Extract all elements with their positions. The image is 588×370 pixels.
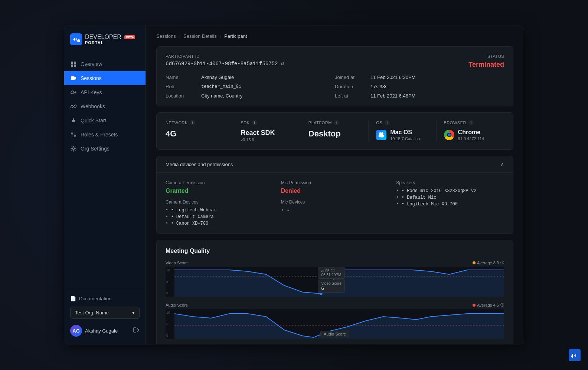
tech-sdk: SDK i React SDK v0.15.6: [233, 120, 301, 142]
breadcrumb-sep-2: ›: [220, 33, 221, 39]
y-label-0: 0: [166, 291, 170, 295]
speakers-section: Speakers • Rode mic 2016 X32830q8A v2 • …: [396, 180, 504, 226]
chrome-icon: [444, 130, 454, 140]
collapse-icon[interactable]: ∧: [500, 161, 504, 167]
sidebar-item-label: Webhooks: [81, 103, 105, 109]
media-card-body: Camera Permission Granted Camera Devices…: [157, 173, 513, 234]
meta-val-joined: 11 Feb 2021 6:30PM: [370, 75, 415, 80]
audio-y-labels: 10 5 0: [166, 309, 171, 339]
meta-val-duration: 17s 38s: [370, 84, 388, 89]
os-info-icon[interactable]: i: [385, 120, 390, 125]
participant-info-card: Participant ID 6d676929-0b11-4067-98fe-8…: [156, 46, 513, 106]
camera-perm-value: Granted: [166, 188, 274, 194]
audio-score-tooltip: Audio Score: [320, 331, 349, 337]
audio-y-0: 0: [166, 334, 170, 337]
logo-subtitle: PORTAL: [85, 40, 135, 45]
sidebar-item-label: Roles & Presets: [81, 132, 118, 138]
audio-chart-area: 10 5 0 Audio Score: [166, 309, 504, 339]
meta-val-left: 11 Feb 2021 6:48PM: [370, 93, 415, 99]
tech-browser-label-row: Browser i: [444, 120, 504, 125]
sidebar-item-roles-presets[interactable]: Roles & Presets: [64, 128, 146, 142]
documentation-link[interactable]: 📄 Documentation: [70, 294, 140, 304]
doc-icon: 📄: [70, 296, 76, 301]
video-avg-info-icon[interactable]: ⓘ: [500, 260, 504, 265]
network-info-icon[interactable]: i: [190, 120, 195, 125]
video-tooltip: at 05:24 06:31:20PM Video Score 6: [318, 267, 344, 293]
org-name: Test Org. Name: [75, 310, 109, 316]
status-value: Terminated: [468, 61, 504, 69]
breadcrumb-sep-1: ›: [179, 33, 180, 39]
pid-text: 6d676929-0b11-4067-98fe-8a5a11f56752: [166, 61, 278, 67]
sidebar-item-org-settings[interactable]: Org Settings: [64, 142, 146, 156]
sdk-info-icon[interactable]: i: [252, 120, 257, 125]
media-card-header: Media devices and permissions ∧: [157, 156, 513, 173]
sidebar-item-label: Sessions: [81, 75, 102, 81]
chevron-down-icon: ▾: [132, 310, 135, 316]
speaker-1: • Default Mic: [396, 195, 504, 200]
tech-os: OS i Mac OS 10.15.7 Catalina: [369, 120, 436, 142]
mic-devices-label: Mic Devices: [281, 199, 389, 205]
logout-icon[interactable]: [133, 327, 140, 335]
sidebar-item-overview[interactable]: Overview: [64, 57, 146, 71]
media-card-title: Media devices and permissions: [166, 162, 233, 167]
tech-network-label-row: Network i: [166, 120, 225, 125]
status-label: Status: [468, 54, 504, 59]
tech-platform-label: Platform: [308, 120, 332, 125]
tech-browser-value-group: Chrome 91.0.4472.114: [458, 129, 484, 141]
meta-row-joined: Joined at 11 Feb 2021 6:30PM: [335, 75, 504, 80]
audio-score-tooltip-label: Audio Score: [324, 332, 346, 336]
breadcrumb-session-details[interactable]: Session Details: [183, 33, 217, 39]
tech-os-label: OS: [376, 120, 382, 125]
meta-row-left: Left at 11 Feb 2021 6:48PM: [335, 93, 504, 99]
quality-title: Meeting Quality: [166, 248, 504, 254]
key-icon: [70, 89, 77, 96]
svg-point-12: [74, 135, 76, 136]
platform-info-icon[interactable]: i: [334, 120, 339, 125]
breadcrumb-sessions[interactable]: Sessions: [156, 33, 176, 39]
audio-avg-info-icon[interactable]: ⓘ: [500, 303, 504, 308]
link-icon: [70, 103, 77, 110]
audio-score-section: Audio Score Average 4.5 ⓘ 10 5 0: [166, 303, 504, 339]
video-avg-label: Average 8.3: [477, 261, 499, 265]
video-chart-area: 10 5 0 at 05:24 06:31:20PM Video Score 6: [166, 267, 504, 297]
camera-devices-section: Camera Devices • Logitech Webcam • Defau…: [166, 199, 274, 226]
sidebar-item-label: API Keys: [81, 89, 102, 95]
grid-icon: [70, 61, 77, 67]
doc-label: Documentation: [79, 296, 111, 301]
tech-network: Network i 4G: [166, 120, 233, 142]
sidebar-item-webhooks[interactable]: Webhooks: [64, 99, 146, 113]
copy-icon[interactable]: ⧉: [281, 61, 284, 67]
meta-key-name: Name: [166, 75, 195, 80]
tech-network-value: 4G: [166, 129, 225, 139]
mic-perm-value: Denied: [281, 188, 389, 194]
participant-id-section: Participant ID 6d676929-0b11-4067-98fe-8…: [166, 54, 284, 67]
tech-os-version: 10.15.7 Catalina: [390, 136, 420, 141]
sidebar-bottom: 📄 Documentation Test Org. Name ▾ AG Aksh…: [64, 289, 146, 344]
logo-text: DEVELOPER BETA PORTAL: [85, 34, 135, 45]
tech-os-value-group: Mac OS 10.15.7 Catalina: [390, 129, 420, 141]
sidebar-item-quick-start[interactable]: Quick Start: [64, 113, 146, 128]
audio-avg-badge: Average 4.5 ⓘ: [473, 303, 504, 308]
org-selector[interactable]: Test Org. Name ▾: [70, 307, 140, 319]
star-icon: [70, 117, 77, 124]
participant-meta: Name Akshay Gugale Role teacher_main_01 …: [166, 75, 504, 99]
meta-val-role: teacher_main_01: [201, 84, 241, 89]
browser-info-icon[interactable]: i: [468, 120, 474, 125]
tech-platform-label-row: Platform i: [308, 120, 361, 125]
participant-header: Participant ID 6d676929-0b11-4067-98fe-8…: [166, 54, 504, 69]
logo-icon: [70, 33, 82, 45]
mic-permission-section: Mic Permission Denied Mic Devices -: [281, 180, 389, 226]
video-score-label: Video Score: [166, 261, 188, 265]
sidebar-item-api-keys[interactable]: API Keys: [64, 85, 146, 99]
app-container: DEVELOPER BETA PORTAL Overview: [64, 26, 524, 344]
tech-network-label: Network: [166, 120, 188, 125]
sidebar-item-sessions[interactable]: Sessions: [64, 71, 146, 85]
pid-label: Participant ID: [166, 54, 284, 59]
mic-device-0: -: [281, 208, 389, 213]
meta-key-role: Role: [166, 84, 195, 89]
macos-icon: [376, 130, 386, 140]
tech-browser-version: 91.0.4472.114: [458, 136, 484, 141]
camera-devices-list: • Logitech Webcam • Default Camera • Can…: [166, 208, 274, 226]
tech-platform: Platform i Desktop: [301, 120, 369, 142]
tooltip-date: 06:31:20PM: [321, 273, 341, 277]
